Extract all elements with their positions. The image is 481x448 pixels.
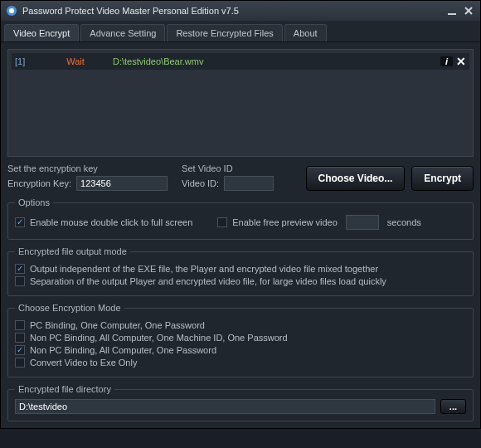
directory-input[interactable] — [15, 399, 435, 414]
seconds-label: seconds — [387, 217, 421, 227]
output-mode-group: Encrypted file output mode Output indepe… — [7, 246, 474, 296]
video-id-label: Video ID: — [182, 178, 219, 188]
file-remove-icon[interactable]: ✕ — [456, 55, 466, 68]
mode-nonpc-allcomputer-label: Non PC Binding, All Computer, One Passwo… — [30, 345, 216, 355]
minimize-button[interactable] — [445, 4, 459, 17]
directory-group: Encrypted file directory ... — [7, 384, 474, 421]
key-label: Encryption Key: — [7, 178, 71, 188]
encryption-key-input[interactable] — [76, 176, 168, 191]
svg-point-1 — [9, 8, 14, 13]
preview-seconds-input[interactable] — [346, 215, 379, 230]
browse-button[interactable]: ... — [440, 399, 466, 414]
tab-bar: Video Encrypt Advance Setting Restore En… — [1, 21, 480, 42]
fullscreen-label: Enable mouse double click to full screen — [30, 217, 192, 227]
tab-about[interactable]: About — [284, 24, 327, 41]
preview-checkbox[interactable] — [217, 217, 227, 227]
output-separate-checkbox[interactable] — [15, 276, 25, 286]
encryption-mode-legend: Choose Encryption Mode — [15, 303, 124, 313]
window-title: Password Protect Video Master Personal E… — [22, 6, 239, 16]
mode-nonpc-machineid-label: Non PC Binding, All Computer, One Machin… — [30, 333, 288, 343]
video-id-input[interactable] — [224, 176, 274, 191]
choose-video-button[interactable]: Choose Video... — [306, 166, 406, 191]
tab-restore-files[interactable]: Restore Encrypted Files — [167, 24, 282, 41]
file-list: [1] Wait D:\testvideo\Bear.wmv i ✕ — [7, 49, 474, 157]
encrypt-button[interactable]: Encrypt — [411, 166, 474, 191]
mode-nonpc-allcomputer-checkbox[interactable] — [15, 345, 25, 355]
file-row[interactable]: [1] Wait D:\testvideo\Bear.wmv i ✕ — [12, 53, 469, 70]
tab-video-encrypt[interactable]: Video Encrypt — [4, 24, 79, 41]
file-info-icon[interactable]: i — [440, 56, 453, 66]
directory-legend: Encrypted file directory — [15, 384, 114, 394]
options-group: Options Enable mouse double click to ful… — [7, 197, 474, 240]
fullscreen-checkbox[interactable] — [15, 217, 25, 227]
output-separate-label: Separation of the output Player and encr… — [30, 276, 386, 286]
svg-rect-2 — [448, 13, 456, 15]
options-legend: Options — [15, 197, 53, 207]
output-mixed-checkbox[interactable] — [15, 264, 25, 274]
id-section-title: Set Video ID — [182, 163, 299, 173]
preview-label: Enable free preview video — [232, 217, 338, 227]
titlebar: Password Protect Video Master Personal E… — [1, 1, 480, 21]
mode-convert-exe-checkbox[interactable] — [15, 358, 25, 368]
mode-convert-exe-label: Convert Video to Exe Only — [30, 358, 137, 368]
app-logo-icon — [6, 5, 17, 17]
file-status: Wait — [38, 56, 113, 66]
file-index: [1] — [15, 56, 38, 66]
encryption-mode-group: Choose Encryption Mode PC Binding, One C… — [7, 303, 474, 377]
mode-pc-binding-label: PC Binding, One Computer, One Password — [30, 320, 205, 330]
key-section-title: Set the encryption key — [7, 163, 175, 173]
tab-advance-setting[interactable]: Advance Setting — [80, 24, 165, 41]
mode-pc-binding-checkbox[interactable] — [15, 320, 25, 330]
output-mixed-label: Output independent of the EXE file, the … — [30, 264, 378, 274]
file-path: D:\testvideo\Bear.wmv — [113, 56, 440, 66]
close-button[interactable] — [462, 4, 475, 17]
output-mode-legend: Encrypted file output mode — [15, 246, 130, 256]
mode-nonpc-machineid-checkbox[interactable] — [15, 333, 25, 343]
